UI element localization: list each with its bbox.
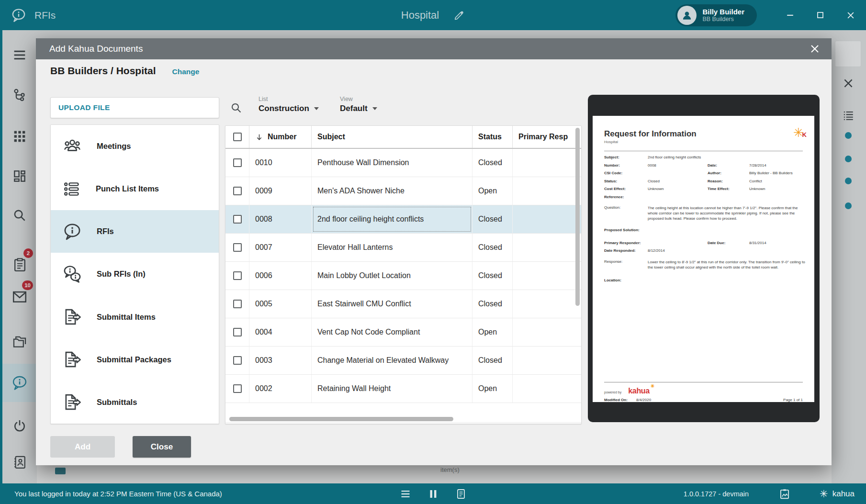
nav-item-submittal-packages[interactable]: Submittal Packages <box>51 338 219 381</box>
cell-number: 0003 <box>249 347 312 374</box>
change-link[interactable]: Change <box>172 67 200 76</box>
snapshot-icon[interactable] <box>778 488 791 500</box>
search-icon <box>12 208 27 223</box>
submittal-doc-icon <box>62 307 82 327</box>
upload-file-button[interactable]: UPLOAD FILE <box>50 97 219 118</box>
horizontal-scrollbar[interactable] <box>229 417 453 421</box>
edit-pencil-icon[interactable] <box>453 10 465 21</box>
cell-status: Closed <box>472 290 513 318</box>
record-dot <box>845 156 852 162</box>
dialog-close-icon[interactable] <box>808 42 822 56</box>
view-dropdown-value: Default <box>340 104 368 113</box>
table-row[interactable]: 0010 Penthouse Wall Dimension Closed <box>225 149 581 177</box>
table-row[interactable]: 0004 Vent Cap Not Code Compliant Open <box>225 318 581 347</box>
add-button[interactable]: Add <box>50 436 115 458</box>
sidebar-item-contacts[interactable] <box>2 448 37 475</box>
column-header-subject[interactable]: Subject <box>312 126 472 148</box>
row-checkbox[interactable] <box>233 384 242 393</box>
list-view-icon[interactable] <box>842 109 855 122</box>
row-checkbox[interactable] <box>233 158 242 167</box>
sidebar-item-projects[interactable] <box>2 328 37 355</box>
select-all-checkbox[interactable] <box>233 133 242 141</box>
item-count: item(s) <box>440 466 460 473</box>
sidebar-item-search[interactable] <box>2 202 37 229</box>
user-menu[interactable]: Billy Builder BB Builders <box>675 4 757 26</box>
doc-subject: 2nd floor ceiling height conflicts <box>648 155 808 159</box>
sidebar-item-rfis[interactable] <box>2 370 37 396</box>
doc-question: The ceiling height at this location cann… <box>648 205 808 222</box>
sidebar-item-hierarchy[interactable] <box>2 82 37 109</box>
add-kahua-documents-dialog: Add Kahua Documents BB Builders / Hospit… <box>36 38 832 465</box>
sidebar-item-signout[interactable] <box>2 413 37 439</box>
doc-time-effect: Unknown <box>749 187 808 191</box>
sidebar-item-messages[interactable]: 10 <box>2 283 37 310</box>
cell-subject: Main Lobby Outlet Location <box>312 262 472 290</box>
left-sidebar: 2 10 <box>0 30 37 483</box>
doc-modified-date: 8/4/2020 <box>636 398 651 402</box>
log-document-icon[interactable] <box>455 488 467 500</box>
doc-date-due: 8/31/2014 <box>749 241 808 245</box>
close-window-icon[interactable] <box>846 11 855 20</box>
nav-item-meetings[interactable]: Meetings <box>51 125 219 168</box>
column-header-number[interactable]: Number <box>249 126 312 148</box>
close-icon[interactable] <box>842 77 855 90</box>
vertical-scrollbar[interactable] <box>575 128 580 306</box>
login-message: You last logged in today at 2:52 PM East… <box>14 490 222 498</box>
row-checkbox[interactable] <box>233 215 242 224</box>
cell-subject: Elevator Hall Lanterns <box>312 234 472 261</box>
cell-subject: Penthouse Wall Dimension <box>312 149 472 177</box>
row-checkbox[interactable] <box>233 300 242 308</box>
nav-item-sub-rfis[interactable]: Sub RFIs (In) <box>51 253 219 295</box>
user-org: BB Builders <box>702 16 744 22</box>
nav-item-submittals[interactable]: Submittals <box>51 381 219 424</box>
table-row[interactable]: 0003 Change Material on Elevated Walkway… <box>225 347 581 375</box>
doc-date: 7/28/2014 <box>749 163 808 168</box>
nav-item-submittal-items[interactable]: Submittal Items <box>51 296 219 338</box>
row-checkbox[interactable] <box>233 271 242 280</box>
list-dropdown-label: List <box>259 96 319 102</box>
tasks-badge: 2 <box>23 248 33 258</box>
minimize-icon[interactable] <box>786 11 795 20</box>
cell-status: Closed <box>472 234 513 261</box>
column-header-status[interactable]: Status <box>472 126 513 148</box>
kahua-logo: ✳ K <box>793 126 804 139</box>
table-header-row: Number Subject Status Primary Resp <box>225 126 581 149</box>
doc-date-responded: 8/12/2014 <box>648 248 708 253</box>
doc-project: Hospital <box>604 140 803 144</box>
nav-item-punch-list[interactable]: Punch List Items <box>51 168 219 210</box>
nav-item-rfis[interactable]: RFIs <box>51 210 219 253</box>
pause-icon[interactable] <box>427 488 439 500</box>
cell-status: Open <box>472 318 513 346</box>
table-row[interactable]: 0007 Elevator Hall Lanterns Closed <box>225 234 581 262</box>
rail-search-box[interactable] <box>835 41 861 67</box>
table-row[interactable]: 0009 Men's ADA Shower Niche Open <box>225 177 581 205</box>
kahua-star-icon: ✳ <box>820 489 828 499</box>
table-row[interactable]: 0005 East Stairwell CMU Conflict Closed <box>225 290 581 318</box>
maximize-icon[interactable] <box>816 11 825 20</box>
doc-reason: Conflict <box>749 179 808 183</box>
row-checkbox[interactable] <box>233 243 242 252</box>
table-row-selected[interactable]: 0008 2nd floor ceiling height conflicts … <box>225 205 581 234</box>
sidebar-item-dashboard[interactable] <box>2 163 37 190</box>
cell-status: Closed <box>472 205 513 233</box>
dialog-header: Add Kahua Documents <box>36 38 832 59</box>
doc-status: Closed <box>648 179 708 183</box>
search-icon[interactable] <box>230 101 243 114</box>
table-row[interactable]: 0006 Main Lobby Outlet Location Closed <box>225 262 581 290</box>
queue-menu-icon[interactable] <box>400 488 411 500</box>
close-button[interactable]: Close <box>133 436 191 458</box>
table-row[interactable]: 0002 Retaining Wall Height Open <box>225 375 581 403</box>
sidebar-item-tasks[interactable]: 2 <box>2 251 37 278</box>
list-dropdown[interactable]: List Construction <box>259 96 319 113</box>
row-checkbox[interactable] <box>233 187 242 195</box>
sidebar-item-apps[interactable] <box>2 123 37 150</box>
sidebar-item-menu[interactable] <box>2 42 37 68</box>
cell-status: Open <box>472 177 513 205</box>
view-dropdown[interactable]: View Default <box>340 96 377 113</box>
row-checkbox[interactable] <box>233 356 242 365</box>
view-dropdown-label: View <box>340 96 377 102</box>
menu-icon <box>12 47 27 63</box>
cell-number: 0007 <box>249 234 312 261</box>
column-header-primary-resp[interactable]: Primary Resp <box>513 126 581 148</box>
row-checkbox[interactable] <box>233 328 242 336</box>
